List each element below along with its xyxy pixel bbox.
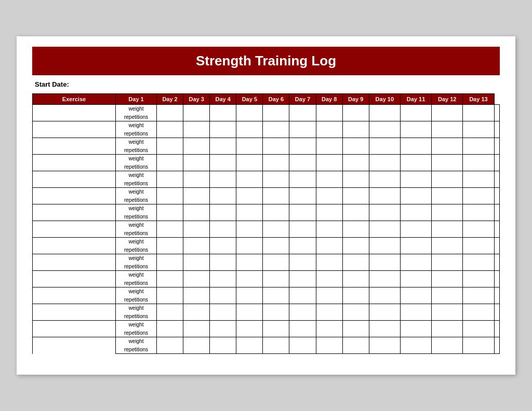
exercise-8-weight-day9[interactable] [369,221,400,229]
exercise-8-rep-day2[interactable] [183,229,210,238]
exercise-6-name-cell[interactable] [33,188,116,204]
exercise-13-weight-day5[interactable] [263,304,289,312]
exercise-1-rep-day3[interactable] [210,113,236,121]
exercise-10-rep-day2[interactable] [183,263,210,271]
exercise-8-rep-day1[interactable] [157,229,183,238]
exercise-10-rep-day1[interactable] [157,263,183,271]
exercise-2-rep-day8[interactable] [342,130,369,138]
exercise-5-weight-day7[interactable] [316,171,342,180]
exercise-5-weight-day12[interactable] [463,171,494,180]
exercise-13-weight-day9[interactable] [369,304,400,312]
exercise-9-weight-day11[interactable] [432,238,463,246]
exercise-7-weight-day1[interactable] [157,204,183,213]
exercise-3-rep-day9[interactable] [369,146,400,155]
exercise-9-weight-day2[interactable] [183,238,210,246]
exercise-15-weight-day9[interactable] [369,337,400,346]
exercise-4-rep-day7[interactable] [316,163,342,171]
exercise-14-weight-day6[interactable] [289,321,316,329]
exercise-9-rep-day7[interactable] [316,246,342,254]
exercise-8-weight-day11[interactable] [432,221,463,229]
exercise-8-weight-day5[interactable] [263,221,289,229]
exercise-14-weight-day1[interactable] [157,321,183,329]
exercise-8-weight-day2[interactable] [183,221,210,229]
exercise-7-weight-day7[interactable] [316,204,342,213]
exercise-5-weight-day11[interactable] [432,171,463,180]
exercise-4-weight-day13[interactable] [494,155,499,163]
exercise-5-weight-day9[interactable] [369,171,400,180]
exercise-6-rep-day2[interactable] [183,196,210,204]
exercise-7-rep-day9[interactable] [369,213,400,221]
exercise-1-rep-day12[interactable] [463,113,494,121]
exercise-11-weight-day2[interactable] [183,271,210,279]
exercise-11-rep-day7[interactable] [316,279,342,287]
exercise-11-rep-day8[interactable] [342,279,369,287]
exercise-11-rep-day5[interactable] [263,279,289,287]
exercise-15-rep-day1[interactable] [157,346,183,354]
exercise-4-rep-day1[interactable] [157,163,183,171]
exercise-9-weight-day6[interactable] [289,238,316,246]
exercise-14-rep-day5[interactable] [263,329,289,337]
exercise-14-weight-day10[interactable] [400,321,431,329]
exercise-3-weight-day4[interactable] [236,138,263,146]
exercise-6-rep-day11[interactable] [432,196,463,204]
exercise-6-weight-day2[interactable] [183,188,210,196]
exercise-2-rep-day13[interactable] [494,130,499,138]
exercise-8-rep-day9[interactable] [369,229,400,238]
exercise-11-weight-day1[interactable] [157,271,183,279]
exercise-12-rep-day12[interactable] [463,296,494,304]
exercise-3-rep-day4[interactable] [236,146,263,155]
exercise-13-rep-day13[interactable] [494,312,499,321]
exercise-1-weight-day4[interactable] [236,105,263,113]
exercise-3-rep-day6[interactable] [289,146,316,155]
exercise-10-weight-day6[interactable] [289,254,316,263]
exercise-5-weight-day13[interactable] [494,171,499,180]
exercise-5-rep-day12[interactable] [463,180,494,188]
exercise-5-weight-day4[interactable] [236,171,263,180]
exercise-12-weight-day8[interactable] [342,287,369,296]
exercise-11-weight-day3[interactable] [210,271,236,279]
exercise-6-rep-day7[interactable] [316,196,342,204]
exercise-9-rep-day4[interactable] [236,246,263,254]
exercise-4-rep-day11[interactable] [432,163,463,171]
exercise-13-weight-day1[interactable] [157,304,183,312]
exercise-15-weight-day12[interactable] [463,337,494,346]
exercise-11-rep-day4[interactable] [236,279,263,287]
exercise-15-rep-day5[interactable] [263,346,289,354]
exercise-10-rep-day10[interactable] [400,263,431,271]
exercise-9-weight-day4[interactable] [236,238,263,246]
exercise-8-rep-day6[interactable] [289,229,316,238]
exercise-8-weight-day12[interactable] [463,221,494,229]
exercise-12-rep-day1[interactable] [157,296,183,304]
exercise-5-rep-day5[interactable] [263,180,289,188]
exercise-4-rep-day12[interactable] [463,163,494,171]
exercise-3-weight-day2[interactable] [183,138,210,146]
exercise-11-name-cell[interactable] [33,271,116,287]
exercise-9-weight-day7[interactable] [316,238,342,246]
exercise-7-rep-day1[interactable] [157,213,183,221]
exercise-15-weight-day7[interactable] [316,337,342,346]
exercise-3-weight-day13[interactable] [494,138,499,146]
exercise-13-rep-day7[interactable] [316,312,342,321]
exercise-7-rep-day4[interactable] [236,213,263,221]
exercise-11-rep-day3[interactable] [210,279,236,287]
exercise-11-weight-day11[interactable] [432,271,463,279]
exercise-10-rep-day6[interactable] [289,263,316,271]
exercise-8-weight-day6[interactable] [289,221,316,229]
exercise-1-weight-day8[interactable] [342,105,369,113]
exercise-7-weight-day3[interactable] [210,204,236,213]
exercise-1-rep-day7[interactable] [316,113,342,121]
exercise-15-rep-day6[interactable] [289,346,316,354]
exercise-15-weight-day3[interactable] [210,337,236,346]
exercise-9-rep-day1[interactable] [157,246,183,254]
exercise-2-weight-day6[interactable] [289,121,316,130]
exercise-14-rep-day12[interactable] [463,329,494,337]
exercise-7-weight-day6[interactable] [289,204,316,213]
exercise-14-rep-day2[interactable] [183,329,210,337]
exercise-8-rep-day7[interactable] [316,229,342,238]
exercise-12-weight-day10[interactable] [400,287,431,296]
exercise-14-rep-day1[interactable] [157,329,183,337]
exercise-5-rep-day8[interactable] [342,180,369,188]
exercise-5-rep-day7[interactable] [316,180,342,188]
exercise-3-rep-day8[interactable] [342,146,369,155]
exercise-3-rep-day3[interactable] [210,146,236,155]
